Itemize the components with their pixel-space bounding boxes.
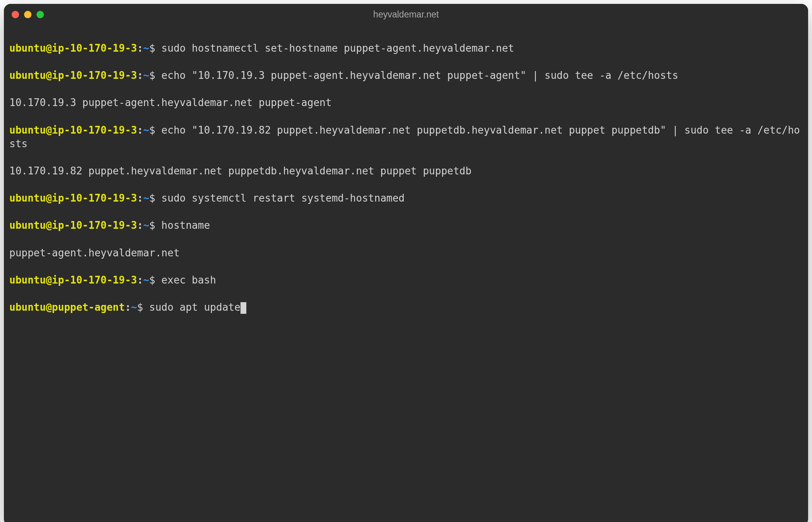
minimize-button[interactable]: [24, 11, 31, 18]
prompt-path: ~: [143, 219, 149, 231]
output-line: puppet-agent.heyvaldemar.net: [9, 246, 803, 260]
prompt-path: ~: [143, 70, 149, 81]
terminal-body[interactable]: ubuntu@ip-10-170-19-3:~$ sudo hostnamect…: [4, 25, 808, 522]
prompt-userhost: ubuntu@ip-10-170-19-3: [9, 274, 137, 286]
terminal-line: ubuntu@ip-10-170-19-3:~$ exec bash: [9, 273, 803, 287]
output-line: 10.170.19.82 puppet.heyvaldemar.net pupp…: [9, 164, 803, 178]
prompt-dollar: $: [137, 301, 143, 313]
terminal-line: ubuntu@ip-10-170-19-3:~$ sudo systemctl …: [9, 191, 803, 205]
output-line: 10.170.19.3 puppet-agent.heyvaldemar.net…: [9, 96, 803, 110]
command-text: sudo apt update: [143, 301, 240, 313]
traffic-lights: [12, 11, 44, 18]
prompt-dollar: $: [149, 274, 155, 286]
terminal-line: ubuntu@ip-10-170-19-3:~$ sudo hostnamect…: [9, 42, 803, 55]
command-text: exec bash: [155, 274, 216, 286]
terminal-window: heyvaldemar.net ubuntu@ip-10-170-19-3:~$…: [4, 4, 808, 522]
prompt-colon: :: [137, 192, 143, 204]
prompt-dollar: $: [149, 70, 155, 81]
prompt-dollar: $: [149, 124, 155, 136]
prompt-userhost: ubuntu@ip-10-170-19-3: [9, 192, 137, 204]
prompt-colon: :: [137, 274, 143, 286]
prompt-path: ~: [131, 301, 137, 313]
command-text: sudo systemctl restart systemd-hostnamed: [155, 192, 405, 204]
prompt-dollar: $: [149, 192, 155, 204]
command-text: sudo hostnamectl set-hostname puppet-age…: [155, 42, 514, 54]
prompt-userhost: ubuntu@ip-10-170-19-3: [9, 124, 137, 136]
prompt-userhost: ubuntu@puppet-agent: [9, 301, 125, 313]
terminal-line: ubuntu@ip-10-170-19-3:~$ echo "10.170.19…: [9, 124, 803, 151]
close-button[interactable]: [12, 11, 19, 18]
window-title: heyvaldemar.net: [373, 9, 439, 20]
prompt-path: ~: [143, 124, 149, 136]
prompt-colon: :: [137, 42, 143, 54]
terminal-line: ubuntu@ip-10-170-19-3:~$ hostname: [9, 219, 803, 232]
prompt-colon: :: [137, 70, 143, 81]
terminal-line: ubuntu@ip-10-170-19-3:~$ echo "10.170.19…: [9, 69, 803, 82]
prompt-colon: :: [137, 219, 143, 231]
prompt-userhost: ubuntu@ip-10-170-19-3: [9, 219, 137, 231]
command-text: hostname: [155, 219, 210, 231]
prompt-userhost: ubuntu@ip-10-170-19-3: [9, 42, 137, 54]
command-text: echo "10.170.19.3 puppet-agent.heyvaldem…: [155, 70, 678, 81]
prompt-colon: :: [125, 301, 131, 313]
prompt-userhost: ubuntu@ip-10-170-19-3: [9, 70, 137, 81]
prompt-path: ~: [143, 274, 149, 286]
prompt-colon: :: [137, 124, 143, 136]
maximize-button[interactable]: [37, 11, 44, 18]
prompt-dollar: $: [149, 219, 155, 231]
cursor: [240, 302, 246, 314]
terminal-line: ubuntu@puppet-agent:~$ sudo apt update: [9, 301, 803, 314]
titlebar[interactable]: heyvaldemar.net: [4, 4, 808, 25]
prompt-path: ~: [143, 42, 149, 54]
prompt-path: ~: [143, 192, 149, 204]
prompt-dollar: $: [149, 42, 155, 54]
